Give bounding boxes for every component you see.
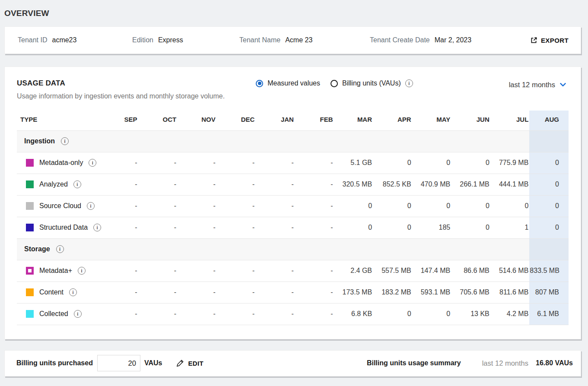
value-cell-content-jul: 811.6 MB: [490, 282, 530, 303]
date-range-dropdown[interactable]: last 12 months: [506, 80, 569, 89]
row-info-icon[interactable]: i: [93, 224, 101, 231]
row-info-icon[interactable]: i: [73, 180, 81, 188]
row-info-icon[interactable]: i: [74, 310, 82, 318]
value-cell-content-apr: 183.2 MB: [373, 282, 412, 303]
radio-billing-units-vaus[interactable]: Billing units (VAUs)i: [331, 79, 413, 87]
value-cell-analyzed-oct: -: [138, 174, 178, 195]
value-cell-metadata-only-sep: -: [99, 152, 138, 174]
row-label: Metadata+: [39, 267, 72, 275]
page: OVERVIEW Tenant IDacme23EditionExpressTe…: [0, 9, 588, 377]
page-title: OVERVIEW: [4, 9, 581, 18]
value-cell-metadata-may: 147.4 MB: [412, 260, 451, 282]
value-cell-structured-data-jun: 0: [451, 217, 490, 238]
type-cell: Analyzedi: [17, 174, 99, 195]
radio-measured-values[interactable]: Measured values: [256, 79, 320, 87]
export-label: EXPORT: [541, 37, 569, 44]
value-cell-metadata-only-aug: 0: [529, 152, 569, 174]
export-button[interactable]: EXPORT: [528, 36, 571, 44]
column-header-mar: MAR: [334, 111, 373, 130]
row-info-icon[interactable]: i: [87, 202, 95, 210]
value-cell-source-cloud-nov: -: [177, 195, 216, 217]
legend-swatch-content: [26, 288, 34, 296]
value-cell-content-sep: -: [99, 282, 138, 303]
value-cell-metadata-only-nov: -: [177, 152, 216, 174]
usage-title: USAGE DATA: [17, 79, 225, 88]
tenant-info-bar: Tenant IDacme23EditionExpressTenant Name…: [4, 26, 581, 54]
row-info-icon[interactable]: i: [78, 267, 86, 275]
value-cell-collected-mar: 6.8 KB: [334, 303, 373, 325]
field-label: Edition: [132, 36, 153, 44]
value-cell-source-cloud-sep: -: [99, 195, 138, 217]
value-cell-collected-may: 0: [412, 303, 451, 325]
value-cell-metadata-only-oct: -: [138, 152, 178, 174]
export-icon: [530, 37, 537, 44]
field-label: Tenant Name: [239, 36, 280, 44]
edit-label: EDIT: [188, 360, 203, 367]
value-cell-collected-feb: -: [295, 303, 334, 325]
usage-header: USAGE DATA Usage information by ingestio…: [17, 79, 569, 100]
tenant-field-tenant-create-date: Tenant Create DateMar 2, 2023: [370, 36, 471, 44]
value-cell-structured-data-jul: 1: [490, 217, 530, 238]
value-cell-collected-apr: 0: [373, 303, 412, 325]
value-cell-collected-jan: -: [255, 303, 295, 325]
value-cell-metadata-jan: -: [255, 260, 295, 282]
table-row-source-cloud: Source Cloudi------000000: [17, 195, 569, 217]
section-info-icon[interactable]: i: [56, 245, 64, 253]
date-range-value: last 12 months: [509, 81, 555, 89]
section-row-storage: Storagei: [17, 238, 569, 260]
legend-swatch-metadata: [26, 267, 34, 275]
value-cell-analyzed-jan: -: [255, 174, 295, 195]
value-cell-content-mar: 173.5 MB: [334, 282, 373, 303]
column-header-dec: DEC: [216, 111, 256, 130]
value-cell-analyzed-aug: 0: [529, 174, 569, 195]
billing-units-input[interactable]: [97, 355, 140, 371]
radio-selected-icon: [256, 80, 263, 87]
radio-info-icon[interactable]: i: [405, 79, 413, 87]
value-cell-metadata-only-mar: 5.1 GB: [334, 152, 373, 174]
legend-swatch-collected: [26, 310, 34, 318]
type-cell: Source Cloudi: [17, 195, 99, 217]
value-cell-source-cloud-jan: -: [255, 195, 295, 217]
column-header-feb: FEB: [295, 111, 334, 130]
table-row-structured-data: Structured Datai------00185010: [17, 217, 569, 238]
value-cell-metadata-dec: -: [216, 260, 256, 282]
section-aug-cell: [529, 130, 569, 152]
value-cell-structured-data-jan: -: [255, 217, 295, 238]
section-row-ingestion: Ingestioni: [17, 130, 569, 152]
value-cell-metadata-apr: 557.5 MB: [373, 260, 412, 282]
column-header-apr: APR: [373, 111, 412, 130]
section-info-icon[interactable]: i: [61, 137, 69, 145]
section-name: Storage: [24, 245, 50, 253]
column-header-jan: JAN: [255, 111, 295, 130]
value-cell-metadata-only-feb: -: [295, 152, 334, 174]
type-cell: Contenti: [17, 282, 99, 303]
section-aug-cell: [529, 238, 569, 260]
table-row-analyzed: Analyzedi------320.5 MB852.5 KB470.9 MB2…: [17, 174, 569, 195]
legend-swatch-analyzed: [26, 180, 34, 188]
tenant-fields: Tenant IDacme23EditionExpressTenant Name…: [18, 36, 528, 44]
value-cell-metadata-jul: 514.6 MB: [490, 260, 530, 282]
value-cell-source-cloud-apr: 0: [373, 195, 412, 217]
tenant-field-edition: EditionExpress: [132, 36, 239, 44]
billing-summary-label: Billing units usage summary: [367, 359, 461, 367]
row-info-icon[interactable]: i: [89, 159, 96, 167]
section-label-cell: Storagei: [17, 238, 529, 260]
usage-title-block: USAGE DATA Usage information by ingestio…: [17, 79, 225, 100]
value-cell-source-cloud-may: 0: [412, 195, 451, 217]
type-cell: Collectedi: [17, 303, 99, 325]
edit-button[interactable]: EDIT: [174, 359, 206, 367]
row-info-icon[interactable]: i: [69, 288, 77, 296]
value-cell-structured-data-mar: 0: [334, 217, 373, 238]
value-cell-metadata-only-apr: 0: [373, 152, 412, 174]
column-header-may: MAY: [412, 111, 451, 130]
value-cell-content-jun: 705.6 MB: [451, 282, 490, 303]
field-value: Mar 2, 2023: [435, 36, 471, 44]
value-cell-metadata-nov: -: [177, 260, 216, 282]
value-cell-metadata-feb: -: [295, 260, 334, 282]
table-row-content: Contenti------173.5 MB183.2 MB593.1 MB70…: [17, 282, 569, 303]
field-label: Tenant Create Date: [370, 36, 430, 44]
usage-subtitle: Usage information by ingestion events an…: [17, 92, 225, 100]
billing-units-unit: VAUs: [144, 359, 162, 367]
table-row-metadata-only: Metadata-onlyi------5.1 GB000775.9 MB0: [17, 152, 569, 174]
value-cell-analyzed-jun: 266.1 MB: [451, 174, 490, 195]
